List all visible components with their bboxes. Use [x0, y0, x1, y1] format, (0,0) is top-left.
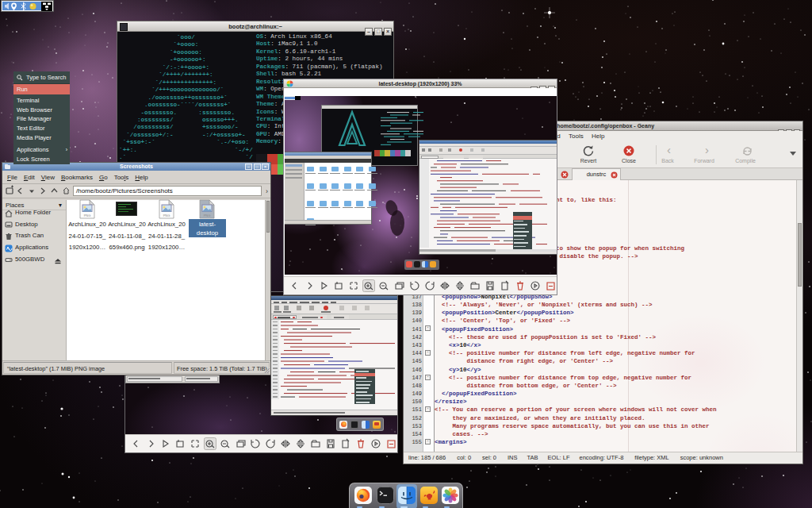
svg-text:PNG: PNG: [204, 214, 211, 217]
svg-text:PNG: PNG: [84, 214, 91, 217]
svg-text:PNG: PNG: [163, 214, 170, 217]
